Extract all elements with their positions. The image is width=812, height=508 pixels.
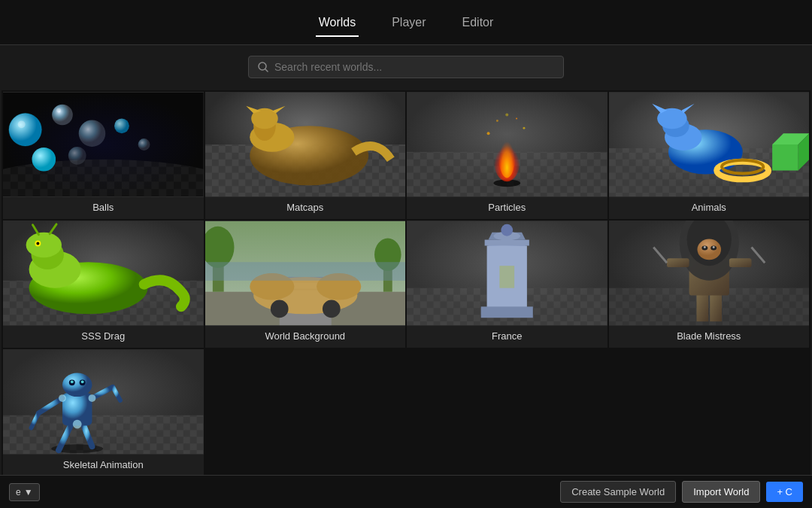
search-input[interactable] xyxy=(274,61,554,73)
import-world-button[interactable]: Import World xyxy=(682,481,760,503)
top-navigation: Worlds Player Editor xyxy=(0,0,812,45)
world-card-sss-drag[interactable]: SSS Drag xyxy=(3,221,204,348)
search-bar xyxy=(248,56,564,78)
main-content: Balls xyxy=(0,45,812,475)
world-card-balls[interactable]: Balls xyxy=(3,92,204,219)
world-card-blade-mistress[interactable]: Blade Mistress xyxy=(609,221,810,348)
world-card-matcaps[interactable]: Matcaps xyxy=(205,92,406,219)
bottom-left-controls: e ▼ xyxy=(9,483,40,501)
world-card-france[interactable]: France xyxy=(407,221,607,348)
dropdown-arrow-icon: ▼ xyxy=(24,487,33,497)
language-dropdown[interactable]: e ▼ xyxy=(9,483,40,501)
language-label: e xyxy=(16,487,21,497)
tab-editor[interactable]: Editor xyxy=(459,10,497,35)
world-card-world-background[interactable]: World Background xyxy=(205,221,406,348)
create-sample-button[interactable]: Create Sample World xyxy=(560,481,676,503)
search-icon xyxy=(258,62,268,72)
svg-line-1 xyxy=(265,69,268,71)
world-card-skeletal-animation[interactable]: Skeletal Animation xyxy=(3,349,204,475)
new-world-button[interactable]: + C xyxy=(766,482,803,502)
tab-worlds[interactable]: Worlds xyxy=(316,10,359,35)
world-card-particles[interactable]: Particles xyxy=(407,92,607,219)
world-card-animals[interactable]: Animals xyxy=(609,92,810,219)
tab-player[interactable]: Player xyxy=(389,10,429,35)
search-container xyxy=(0,45,812,89)
bottom-bar: e ▼ Create Sample World Import World + C xyxy=(0,475,812,508)
worlds-grid-inner: Balls xyxy=(2,90,810,475)
worlds-grid: Balls xyxy=(0,89,812,475)
